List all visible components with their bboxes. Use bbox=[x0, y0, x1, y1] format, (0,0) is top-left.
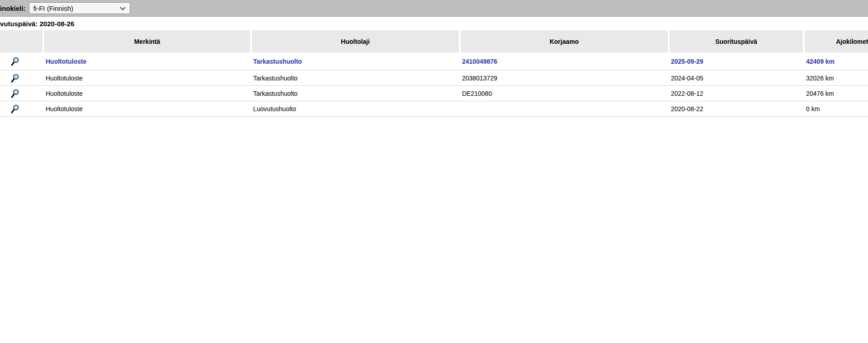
cell-suorituspaiva: 2024-04-05 bbox=[670, 75, 803, 82]
cell-korjaamo: 2410049876 bbox=[461, 58, 668, 65]
service-records-table: Merkintä Huoltolaji Korjaamo Suorituspäi… bbox=[0, 30, 868, 117]
delivery-date-label: vutuspäivä: 2020-08-26 bbox=[0, 20, 868, 28]
column-header-huoltolaji: Huoltolaji bbox=[252, 30, 459, 52]
cell-korjaamo: 2038013729 bbox=[461, 75, 668, 82]
cell-ajokilometrit: 42409 km bbox=[805, 58, 868, 65]
cell-korjaamo: DE210080 bbox=[461, 90, 668, 97]
language-select-value: fi-FI (Finnish) bbox=[33, 5, 120, 12]
magnifier-button[interactable] bbox=[10, 56, 19, 66]
cell-merkinta: Huoltotuloste bbox=[44, 105, 250, 113]
cell-suorituspaiva: 2022-08-12 bbox=[670, 90, 803, 97]
table-row: Huoltotuloste Luovutushuolto 2020-08-22 … bbox=[0, 101, 868, 117]
cell-suorituspaiva: 2025-09-29 bbox=[670, 58, 803, 65]
cell-ajokilometrit: 20476 km bbox=[805, 90, 868, 97]
magnifier-button[interactable] bbox=[10, 104, 19, 114]
cell-merkinta: Huoltotuloste bbox=[44, 58, 250, 65]
cell-huoltolaji: Luovutushuolto bbox=[252, 105, 459, 113]
cell-merkinta: Huoltotuloste bbox=[44, 90, 250, 97]
cell-huoltolaji: Tarkastushuolto bbox=[252, 75, 459, 82]
magnifier-button[interactable] bbox=[10, 73, 19, 83]
table-row: Huoltotuloste Tarkastushuolto 2410049876… bbox=[0, 52, 868, 70]
column-header-korjaamo: Korjaamo bbox=[461, 30, 668, 52]
magnifier-button[interactable] bbox=[10, 89, 19, 99]
cell-ajokilometrit: 32026 km bbox=[805, 75, 868, 82]
table-row: Huoltotuloste Tarkastushuolto 2038013729… bbox=[0, 70, 868, 86]
column-header-ajokilometrit: Ajokilometrit bbox=[805, 30, 868, 52]
language-select[interactable]: fi-FI (Finnish) bbox=[29, 2, 130, 14]
magnifier-icon bbox=[10, 108, 19, 114]
toolbar: inokieli: fi-FI (Finnish) bbox=[0, 0, 868, 17]
magnifier-icon bbox=[10, 78, 19, 83]
table-row: Huoltotuloste Tarkastushuolto DE210080 2… bbox=[0, 86, 868, 101]
print-language-label: inokieli: bbox=[0, 5, 26, 12]
column-header-merkinta: Merkintä bbox=[44, 30, 250, 52]
cell-merkinta: Huoltotuloste bbox=[44, 75, 250, 82]
table-header-row: Merkintä Huoltolaji Korjaamo Suorituspäi… bbox=[0, 30, 868, 52]
cell-suorituspaiva: 2020-08-22 bbox=[670, 105, 803, 113]
column-header-suorituspaiva: Suorituspäivä bbox=[670, 30, 803, 52]
chevron-down-icon bbox=[120, 5, 126, 12]
magnifier-icon bbox=[10, 61, 19, 66]
cell-huoltolaji: Tarkastushuolto bbox=[252, 58, 459, 65]
table-body: Huoltotuloste Tarkastushuolto 2410049876… bbox=[0, 52, 868, 117]
cell-huoltolaji: Tarkastushuolto bbox=[252, 90, 459, 97]
magnifier-icon bbox=[10, 93, 19, 99]
cell-ajokilometrit: 0 km bbox=[805, 105, 868, 113]
column-header-icon bbox=[0, 30, 42, 52]
